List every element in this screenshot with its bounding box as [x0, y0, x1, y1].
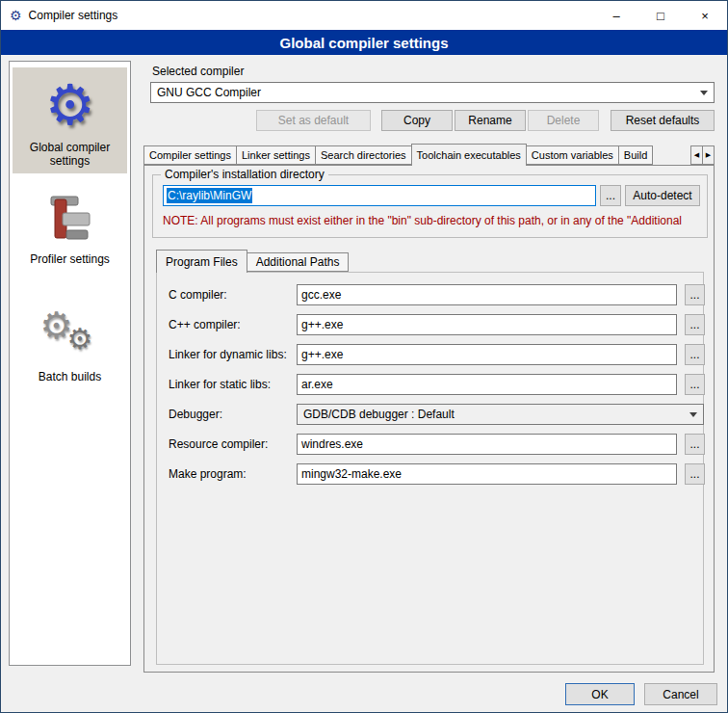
- settings-tabbar: Compiler settings Linker settings Search…: [143, 144, 715, 166]
- compiler-settings-tab[interactable]: Compiler settings: [143, 145, 237, 165]
- field-label: C++ compiler:: [169, 318, 297, 331]
- browse-button[interactable]: ...: [685, 374, 705, 395]
- field-label: Resource compiler:: [169, 437, 297, 451]
- selected-compiler-label: Selected compiler: [152, 65, 244, 78]
- toolchain-executables-panel: Compiler's installation directory C:\ray…: [143, 165, 715, 673]
- selected-compiler-value: GNU GCC Compiler: [157, 86, 694, 99]
- toolchain-executables-tab[interactable]: Toolchain executables: [411, 144, 527, 166]
- profiler-icon: [48, 195, 92, 249]
- browse-button[interactable]: ...: [685, 463, 705, 485]
- field-label: C compiler:: [169, 288, 297, 302]
- c-compiler-row: C compiler: ...: [169, 284, 701, 305]
- cancel-button[interactable]: Cancel: [644, 683, 717, 705]
- page-title: Global compiler settings: [279, 35, 448, 51]
- installation-directory-row: C:\raylib\MinGW ... Auto-detect: [163, 185, 700, 206]
- browse-button[interactable]: ...: [685, 434, 705, 455]
- browse-button[interactable]: ...: [600, 185, 621, 206]
- chevron-down-icon: [700, 91, 708, 95]
- field-label: Linker for static libs:: [169, 378, 297, 391]
- dialog-header-banner: Global compiler settings: [1, 30, 727, 55]
- c-compiler-input[interactable]: [297, 284, 677, 305]
- sidebar-item-profiler-settings[interactable]: Profiler settings: [13, 189, 127, 272]
- program-files-tab[interactable]: Program Files: [156, 250, 247, 273]
- batch-builds-gears-icon: ⚙⚙: [37, 304, 104, 366]
- reset-defaults-button[interactable]: Reset defaults: [611, 110, 715, 131]
- note-text: NOTE: All programs must exist either in …: [163, 214, 704, 227]
- sidebar-item-label: Batch builds: [39, 370, 101, 383]
- program-files-panel: C compiler: ... C++ compiler: ... Linker…: [156, 272, 704, 665]
- linker-static-row: Linker for static libs: ...: [169, 374, 701, 395]
- minimize-button[interactable]: –: [594, 1, 638, 30]
- custom-variables-tab[interactable]: Custom variables: [526, 145, 619, 165]
- selected-path-text: C:\raylib\MinGW: [167, 188, 252, 203]
- sidebar-item-batch-builds[interactable]: ⚙⚙ Batch builds: [13, 299, 127, 389]
- sidebar-item-label: Global compiler settings: [14, 141, 125, 168]
- browse-button[interactable]: ...: [685, 314, 705, 335]
- installation-directory-group: Compiler's installation directory C:\ray…: [152, 174, 708, 238]
- gear-icon: ⚙: [45, 73, 95, 137]
- field-label: Linker for dynamic libs:: [169, 348, 297, 361]
- selected-compiler-dropdown[interactable]: GNU GCC Compiler: [150, 82, 715, 103]
- installation-directory-input[interactable]: C:\raylib\MinGW: [163, 185, 596, 206]
- linker-settings-tab[interactable]: Linker settings: [236, 145, 316, 165]
- close-button[interactable]: ×: [683, 1, 727, 30]
- build-options-tab[interactable]: Build: [618, 145, 653, 165]
- titlebar: ⚙ Compiler settings – □ ×: [1, 1, 727, 30]
- additional-paths-tab[interactable]: Additional Paths: [247, 252, 350, 272]
- browse-button[interactable]: ...: [685, 344, 705, 365]
- resource-compiler-row: Resource compiler: ...: [169, 434, 701, 455]
- field-label: Debugger:: [169, 408, 297, 421]
- program-files-tabbar: Program Files Additional Paths: [156, 250, 348, 273]
- ok-button[interactable]: OK: [565, 683, 635, 705]
- sidebar-item-label: Profiler settings: [30, 252, 110, 266]
- linker-dynamic-input[interactable]: [297, 344, 677, 365]
- delete-button[interactable]: Delete: [528, 110, 599, 131]
- auto-detect-button[interactable]: Auto-detect: [625, 185, 700, 206]
- caption-buttons: – □ ×: [594, 1, 727, 30]
- debugger-row: Debugger: GDB/CDB debugger : Default: [169, 404, 701, 425]
- settings-category-list: ⚙ Global compiler settings Profiler sett…: [9, 61, 131, 666]
- installation-directory-legend: Compiler's installation directory: [161, 168, 328, 181]
- chevron-down-icon: [689, 412, 697, 417]
- debugger-dropdown[interactable]: GDB/CDB debugger : Default: [297, 404, 704, 425]
- copy-button[interactable]: Copy: [381, 110, 453, 131]
- cpp-compiler-input[interactable]: [297, 314, 677, 335]
- rename-button[interactable]: Rename: [455, 110, 526, 131]
- window-title: Compiler settings: [29, 9, 118, 22]
- browse-button[interactable]: ...: [685, 284, 705, 305]
- search-directories-tab[interactable]: Search directories: [315, 145, 412, 165]
- debugger-value: GDB/CDB debugger : Default: [303, 408, 684, 421]
- app-icon: ⚙: [10, 9, 22, 22]
- tab-scroll-right-button[interactable]: ▶: [702, 145, 715, 165]
- set-as-default-button[interactable]: Set as default: [256, 110, 371, 131]
- tab-scroll-controls: ◀ ▶: [691, 145, 715, 165]
- cpp-compiler-row: C++ compiler: ...: [169, 314, 701, 335]
- linker-static-input[interactable]: [297, 374, 677, 395]
- resource-compiler-input[interactable]: [297, 434, 677, 455]
- field-label: Make program:: [169, 467, 297, 481]
- sidebar-item-global-compiler-settings[interactable]: ⚙ Global compiler settings: [13, 67, 127, 173]
- linker-dynamic-row: Linker for dynamic libs: ...: [169, 344, 701, 365]
- maximize-button[interactable]: □: [638, 1, 683, 30]
- make-program-row: Make program: ...: [169, 463, 701, 485]
- compiler-settings-window: { "window": { "title": "Compiler setting…: [0, 0, 728, 713]
- make-program-input[interactable]: [297, 463, 677, 485]
